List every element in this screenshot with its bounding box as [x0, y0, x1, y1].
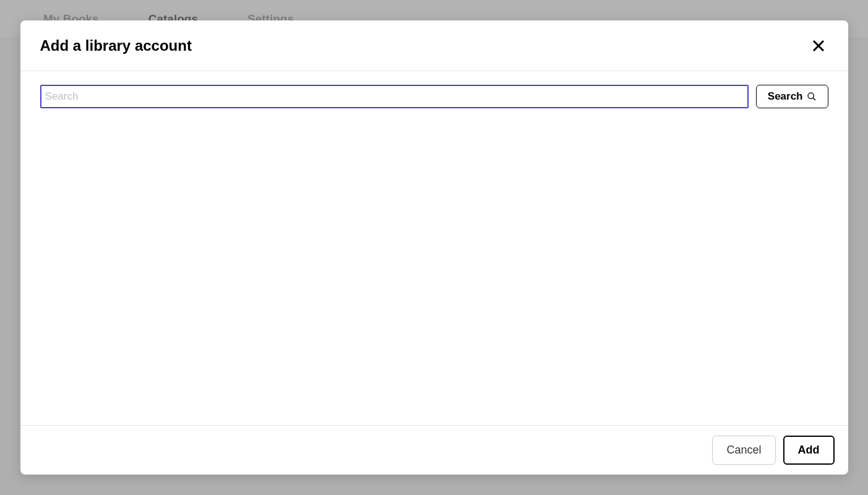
add-button[interactable]: Add: [783, 436, 835, 465]
modal-overlay: Add a library account Search Cancel Add: [0, 0, 868, 495]
search-icon: [807, 92, 817, 101]
modal-title: Add a library account: [40, 37, 192, 54]
add-library-modal: Add a library account Search Cancel Add: [20, 20, 848, 475]
search-button[interactable]: Search: [756, 85, 828, 108]
close-icon: [811, 38, 826, 53]
modal-footer: Cancel Add: [20, 425, 848, 475]
search-input[interactable]: [40, 85, 749, 108]
modal-body: Search: [20, 71, 848, 425]
close-button[interactable]: [809, 36, 828, 56]
modal-header: Add a library account: [20, 20, 848, 71]
search-button-label: Search: [768, 90, 803, 103]
cancel-button[interactable]: Cancel: [712, 436, 775, 465]
svg-line-3: [813, 98, 815, 100]
svg-point-2: [808, 93, 814, 98]
